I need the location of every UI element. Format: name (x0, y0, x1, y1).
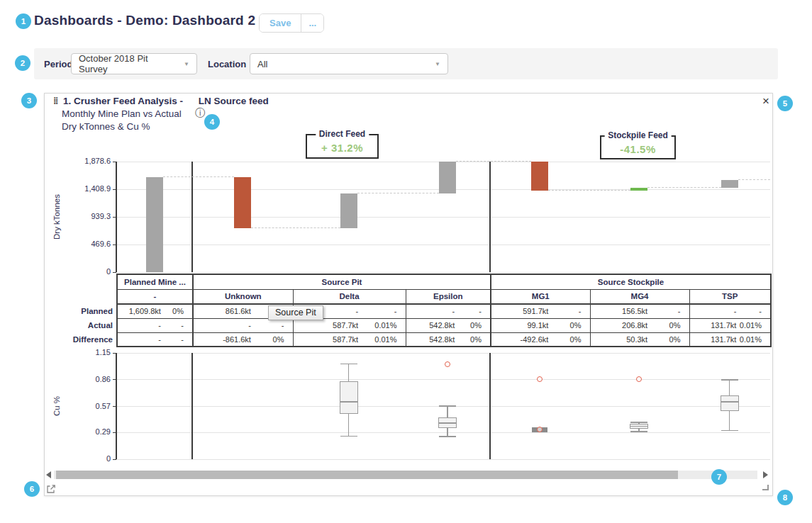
scrollbar-thumb[interactable] (56, 471, 678, 479)
waterfall-connector (548, 190, 630, 191)
chevron-down-icon: ▼ (428, 61, 440, 67)
section-divider (489, 353, 491, 459)
callout-direct-feed: Direct Feed + 31.2% (306, 134, 379, 159)
whisker-cap-bottom (721, 430, 738, 432)
annotation-circle-4: 4 (204, 114, 220, 130)
section-divider (489, 162, 491, 272)
whisker-top (348, 364, 350, 382)
y-axis-label-dry-ktonnes: Dry kTonnes (52, 192, 64, 242)
y-axis-line (116, 162, 117, 272)
waterfall-connector (251, 227, 340, 228)
section-divider (191, 162, 193, 272)
boxplot-median (340, 401, 358, 403)
annotation-circle-2: 2 (15, 55, 30, 71)
waterfall-bar-mg4[interactable] (630, 188, 647, 191)
open-external-icon[interactable] (46, 484, 56, 494)
waterfall-connector (357, 193, 440, 193)
annotation-circle-3: 3 (21, 93, 37, 108)
whisker-cap-top (630, 422, 647, 423)
table-group-header: Source Stockpile (491, 274, 771, 289)
axis-tick-label: 1,878.6 (72, 157, 111, 165)
table-cell: 542.8kt0% (406, 318, 491, 332)
whisker-bottom (729, 411, 730, 430)
boxplot-tsp[interactable] (721, 395, 739, 411)
tooltip: Source Pit (268, 305, 323, 320)
filter-bar: Period October 2018 Pit Survey ▼ Locatio… (34, 48, 778, 79)
save-button[interactable]: Save (260, 14, 301, 32)
table-cell: 587.7kt0.01% (293, 318, 406, 332)
period-value: October 2018 Pit Survey (79, 53, 177, 74)
table-cell: -- (193, 318, 293, 332)
callout-stockpile-feed: Stockpile Feed -41.5% (600, 135, 676, 159)
table-col-header: - (117, 289, 193, 304)
table-cell: -- (689, 304, 771, 318)
waterfall-bar-tsp[interactable] (721, 180, 738, 188)
boxplot-delta[interactable] (340, 381, 358, 414)
annotation-circle-5: 5 (777, 96, 793, 111)
table-cell: -- (117, 332, 193, 347)
axis-tick-label: 0 (72, 454, 111, 463)
waterfall-bar-mg1[interactable] (531, 162, 548, 191)
callout-value: -41.5% (601, 143, 674, 155)
scroll-right-icon[interactable] (763, 471, 768, 478)
location-value: All (257, 59, 267, 69)
table-group-header: Source Pit (193, 274, 491, 289)
boxplot-median (630, 426, 648, 427)
scroll-left-icon[interactable] (46, 471, 51, 478)
y-axis-line (116, 353, 117, 459)
header-actions: Save ... (259, 13, 324, 33)
table-group-header: Planned Mine ... (117, 274, 193, 289)
waterfall-bar-delta[interactable] (340, 193, 357, 228)
callout-value: + 31.2% (307, 142, 377, 154)
whisker-cap-top (439, 405, 456, 407)
resize-handle-icon[interactable] (762, 485, 769, 490)
whisker-cap-bottom (630, 431, 647, 432)
more-button[interactable]: ... (301, 14, 323, 32)
table-cell: 131.7kt0.01% (689, 318, 771, 332)
gridline (116, 353, 770, 354)
waterfall-bar-epsilon[interactable] (439, 162, 456, 193)
callout-label: Stockpile Feed (604, 130, 672, 140)
table-col-header: Delta (293, 289, 406, 304)
waterfall-connector (647, 187, 721, 188)
gridline (116, 379, 770, 380)
table-cell: 542.8kt0% (406, 332, 491, 347)
table-cell: -- (117, 318, 193, 332)
waterfall-connector (163, 176, 234, 177)
widget-panel: ⣿ 1. Crusher Feed Analysis - LN Source f… (44, 93, 773, 496)
gridline (116, 217, 770, 218)
horizontal-scrollbar[interactable] (46, 470, 768, 480)
table-row-label: Planned (59, 307, 113, 315)
axis-tick-label: 1,408.9 (72, 184, 111, 193)
page: Dashboards - Demo: Dashboard 2 Save ... … (0, 0, 812, 523)
outlier-point (636, 376, 642, 382)
period-select[interactable]: October 2018 Pit Survey ▼ (71, 53, 197, 74)
table-cell: 206.8kt0% (590, 318, 689, 332)
annotation-circle-8: 8 (777, 490, 793, 505)
whisker-cap-top (340, 364, 357, 365)
whisker-top (729, 380, 730, 395)
table-col-header: Unknown (193, 289, 293, 304)
outlier-point (445, 361, 450, 367)
annotation-circle-1: 1 (16, 13, 31, 29)
axis-tick-label: 0.57 (72, 402, 111, 410)
table-cell: 587.7kt0.01% (293, 332, 406, 347)
table-cell: 99.1kt0% (491, 318, 590, 332)
waterfall-bar-planned-mine[interactable] (146, 177, 163, 272)
table-cell: 156.5kt- (590, 304, 689, 318)
waterfall-bar-unknown[interactable] (234, 177, 251, 228)
table-cell: -- (406, 304, 491, 318)
scrollbar-track[interactable] (54, 471, 757, 479)
table-cell: 591.7kt- (491, 304, 590, 318)
table-cell: -861.6kt0% (193, 332, 293, 347)
location-select[interactable]: All ▼ (250, 53, 448, 74)
period-label: Period (44, 59, 72, 69)
y-axis-label-cu-pct: Cu % (52, 381, 64, 431)
gridline (116, 272, 770, 273)
outlier-point (537, 376, 543, 382)
table-col-header: Epsilon (406, 289, 491, 304)
waterfall-connector (456, 161, 531, 162)
location-label: Location (208, 59, 246, 69)
callout-label: Direct Feed (316, 129, 369, 139)
gridline (116, 432, 770, 433)
